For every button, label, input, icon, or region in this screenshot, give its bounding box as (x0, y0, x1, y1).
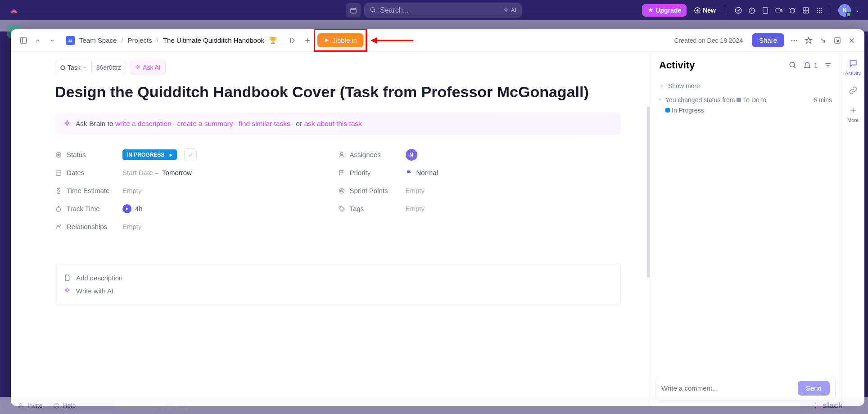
breadcrumb-space[interactable]: Team Space (79, 36, 117, 44)
slack-badge[interactable]: slack (811, 401, 843, 410)
assignees-value[interactable]: N (406, 149, 621, 161)
assignee-avatar: N (406, 149, 417, 161)
move-task-icon[interactable] (289, 36, 298, 45)
svg-point-16 (817, 8, 818, 9)
rail-more-tab[interactable]: More (847, 105, 859, 123)
activity-time: 6 mins (808, 95, 832, 115)
priority-value[interactable]: Normal (406, 169, 621, 176)
video-icon[interactable] (775, 6, 783, 14)
timer-icon[interactable] (748, 6, 756, 14)
add-icon[interactable] (303, 36, 312, 45)
calendar-button[interactable] (346, 3, 361, 18)
chevron-down-icon (82, 65, 87, 70)
svg-rect-63 (814, 407, 816, 408)
priority-flag-icon (406, 169, 413, 176)
jibble-in-button[interactable]: Jibble in (317, 33, 363, 47)
new-button[interactable]: New (690, 4, 719, 17)
sprint-points-value[interactable]: Empty (406, 187, 621, 194)
status-complete-button[interactable] (184, 148, 197, 161)
add-description-button[interactable]: Add description (63, 271, 612, 284)
next-task-icon[interactable] (48, 36, 57, 45)
svg-line-52 (794, 66, 796, 68)
bell-icon[interactable] (803, 61, 811, 69)
svg-point-43 (56, 207, 60, 211)
svg-point-49 (341, 190, 342, 191)
svg-point-58 (20, 403, 22, 405)
svg-rect-11 (776, 9, 780, 12)
filter-icon[interactable] (824, 61, 832, 69)
apps-icon[interactable] (815, 6, 823, 14)
write-description-link[interactable]: write a description (115, 120, 172, 127)
play-icon (324, 37, 330, 43)
user-avatar[interactable]: N (838, 4, 851, 17)
svg-point-28 (71, 39, 72, 40)
svg-rect-60 (812, 405, 814, 406)
rail-activity-tab[interactable]: Activity (845, 58, 861, 76)
task-title[interactable]: Design the Quidditch Handbook Cover (Tas… (55, 82, 621, 102)
rail-link-tab[interactable] (848, 85, 859, 96)
annotation-arrow-icon (371, 36, 416, 45)
ai-chip[interactable]: AI (503, 7, 516, 14)
svg-point-23 (819, 12, 820, 13)
trophy-emoji-icon: 🏆 (269, 36, 277, 45)
relationships-value[interactable]: Empty (122, 223, 338, 230)
ask-about-task-link[interactable]: ask about this task (304, 120, 362, 127)
more-menu-icon[interactable] (790, 36, 799, 45)
created-on-label: Created on Dec 18 2024 (674, 37, 743, 44)
clickup-logo-icon[interactable] (9, 5, 19, 15)
send-button[interactable]: Send (798, 381, 830, 396)
help-button[interactable]: Help (53, 402, 76, 409)
tag-icon (338, 205, 345, 212)
notepad-icon[interactable] (761, 6, 769, 14)
upgrade-button[interactable]: Upgrade (642, 4, 687, 17)
favorite-star-icon[interactable] (804, 36, 813, 45)
chevron-down-icon[interactable]: ⌄ (855, 8, 859, 13)
breadcrumb-current[interactable]: The Ultimate Quidditch Handbook (163, 36, 264, 44)
track-time-value[interactable]: 4h (122, 204, 338, 213)
svg-point-18 (821, 8, 822, 9)
add-task-row[interactable]: + Add Task (153, 405, 188, 412)
target-icon (338, 187, 345, 194)
task-type-chip[interactable]: Task (55, 61, 92, 74)
svg-rect-41 (56, 171, 61, 176)
plus-icon (849, 106, 858, 115)
breadcrumb: Team Space / Projects / The Ultimate Qui… (66, 36, 277, 45)
sidebar-toggle-icon[interactable] (19, 36, 28, 45)
space-icon (66, 36, 75, 45)
global-search[interactable]: Search... AI (364, 3, 522, 18)
invite-button[interactable]: Invite (18, 402, 42, 409)
svg-rect-10 (763, 8, 768, 14)
prev-task-icon[interactable] (33, 36, 42, 45)
grid-icon[interactable] (802, 6, 810, 14)
comment-input[interactable] (661, 384, 798, 392)
flag-icon (338, 169, 345, 176)
create-summary-link[interactable]: create a summary (177, 120, 233, 127)
activity-pane: Activity 1 Show more You changed status … (650, 52, 841, 406)
status-pill[interactable]: IN PROGRESS▸ (122, 149, 177, 160)
svg-rect-62 (817, 405, 818, 406)
close-icon[interactable] (847, 36, 856, 45)
find-similar-link[interactable]: find similar tasks (239, 120, 290, 127)
link-icon (849, 86, 858, 95)
side-rail: Activity More (841, 52, 864, 406)
svg-point-21 (821, 9, 822, 10)
ask-ai-button[interactable]: Ask AI (130, 61, 166, 74)
task-id-chip[interactable]: 86er0ttrz (92, 61, 126, 74)
share-button[interactable]: Share (752, 33, 784, 47)
write-with-ai-button[interactable]: Write with AI (63, 284, 612, 297)
play-circle-icon (122, 204, 131, 213)
expand-icon[interactable] (833, 36, 842, 45)
scrollbar[interactable] (647, 107, 650, 278)
tags-value[interactable]: Empty (406, 205, 621, 212)
svg-line-3 (374, 11, 375, 12)
record-icon (60, 65, 66, 71)
minimize-icon[interactable] (818, 36, 827, 45)
modal-header: Team Space / Projects / The Ultimate Qui… (11, 29, 864, 52)
breadcrumb-projects[interactable]: Projects (128, 36, 152, 44)
alarm-icon[interactable] (788, 6, 796, 14)
check-circle-icon[interactable] (734, 6, 742, 14)
search-icon[interactable] (789, 61, 797, 69)
time-estimate-value[interactable]: Empty (122, 187, 338, 194)
show-more-button[interactable]: Show more (659, 82, 832, 90)
dates-value[interactable]: Start Date – Tomorrow (122, 169, 338, 176)
